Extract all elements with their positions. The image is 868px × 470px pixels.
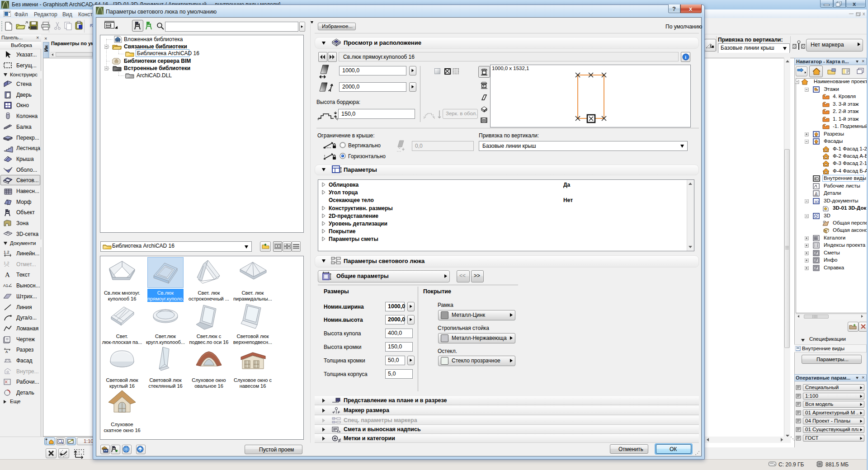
- svg-text:A1: A1: [3, 283, 8, 288]
- svg-text:1.2: 1.2: [4, 261, 9, 265]
- svg-text:1.2: 1.2: [4, 250, 9, 254]
- svg-text:A: A: [5, 350, 8, 354]
- svg-text:3D: 3D: [814, 200, 819, 204]
- svg-text:Д: Д: [815, 192, 817, 196]
- svg-text:i: i: [685, 54, 686, 60]
- svg-text:A: A: [5, 271, 10, 278]
